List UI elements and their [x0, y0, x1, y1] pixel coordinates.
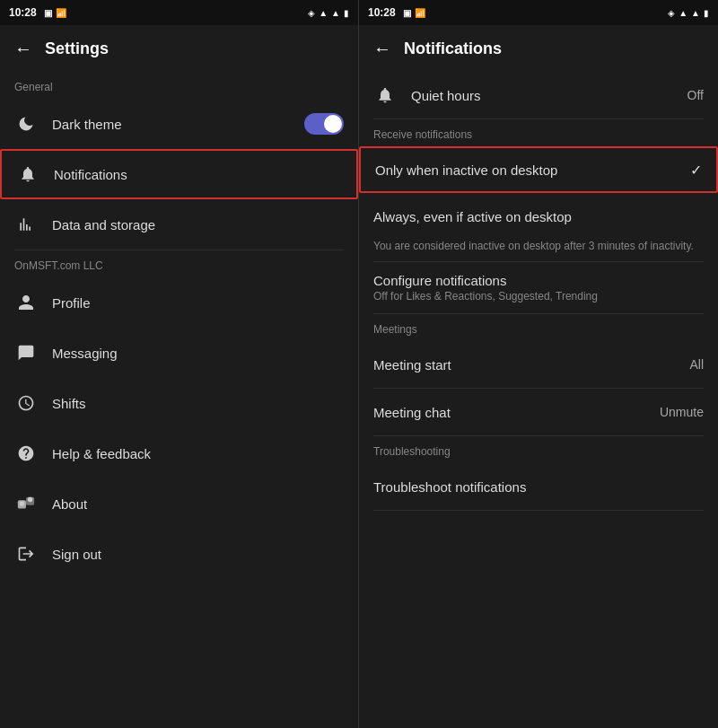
meeting-chat-item[interactable]: Meeting chat Unmute	[359, 389, 718, 435]
sim-icon: ▣	[44, 8, 52, 18]
inactive-note: You are considered inactive on desktop a…	[359, 240, 718, 261]
quiet-hours-value: Off	[687, 88, 704, 102]
right-sim-icon: ▣	[403, 8, 411, 18]
battery-left: ▮	[344, 8, 349, 18]
profile-label: Profile	[52, 295, 344, 311]
help-item[interactable]: Help & feedback	[0, 428, 358, 478]
right-signal-icon: ◈	[668, 8, 675, 18]
left-top-bar: ← Settings	[0, 25, 358, 72]
checkmark-icon: ✓	[690, 162, 702, 179]
meeting-start-item[interactable]: Meeting start All	[359, 341, 718, 388]
svg-point-2	[28, 497, 33, 503]
troubleshoot-notif-label: Troubleshoot notifications	[373, 479, 704, 495]
network-left: ▲	[331, 8, 340, 18]
question-icon	[14, 444, 38, 462]
inactive-desktop-item[interactable]: Only when inactive on desktop ✓	[359, 146, 718, 193]
messaging-label: Messaging	[52, 346, 344, 361]
help-label: Help & feedback	[52, 446, 344, 461]
right-wifi-signal: ▲	[679, 8, 687, 18]
left-status-right: ◈ ▲ ▲ ▮	[308, 8, 349, 18]
bell-icon	[16, 165, 39, 183]
left-back-button[interactable]: ←	[14, 39, 32, 59]
configure-notif-subtitle: Off for Likes & Reactions, Suggested, Tr…	[373, 290, 704, 303]
profile-item[interactable]: Profile	[0, 277, 358, 328]
right-status-bar: 10:28 ▣ 📶 ◈ ▲ ▲ ▮	[359, 0, 718, 25]
org-section-label: OnMSFT.com LLC	[0, 250, 358, 277]
meeting-start-value: All	[689, 357, 704, 372]
messaging-item[interactable]: Messaging	[0, 328, 358, 378]
left-panel: 10:28 ▣ 📶 ◈ ▲ ▲ ▮ ← Settings General Dar…	[0, 0, 359, 728]
shifts-label: Shifts	[52, 396, 344, 411]
moon-icon	[14, 115, 38, 133]
person-icon	[14, 294, 38, 311]
about-item[interactable]: About	[0, 478, 358, 529]
troubleshoot-item[interactable]: Troubleshoot notifications	[359, 463, 718, 510]
svg-point-3	[20, 501, 25, 506]
signout-item[interactable]: Sign out	[0, 529, 358, 579]
right-wifi-icon: 📶	[415, 8, 425, 18]
data-storage-item[interactable]: Data and storage	[0, 199, 358, 250]
meetings-label: Meetings	[359, 314, 718, 341]
general-section-label: General	[0, 72, 358, 99]
always-active-label: Always, even if active on desktop	[373, 209, 704, 224]
quiet-hours-item[interactable]: Quiet hours Off	[359, 72, 718, 118]
receive-notif-label: Receive notifications	[359, 119, 718, 146]
signal-icon-left: ◈	[308, 8, 315, 18]
meeting-chat-label: Meeting chat	[373, 405, 660, 420]
right-panel: 10:28 ▣ 📶 ◈ ▲ ▲ ▮ ← Notifications Quiet …	[359, 0, 718, 728]
wifi-icon-left: 📶	[56, 8, 66, 18]
right-status-right: ◈ ▲ ▲ ▮	[668, 8, 709, 18]
right-battery: ▮	[704, 8, 709, 18]
signout-label: Sign out	[52, 547, 344, 562]
left-status-time: 10:28 ▣ 📶	[9, 6, 66, 19]
troubleshoot-label: Troubleshooting	[359, 436, 718, 463]
right-top-bar: ← Notifications	[359, 25, 718, 72]
data-storage-label: Data and storage	[52, 217, 344, 232]
left-bottom-area	[0, 579, 358, 728]
right-status-time: 10:28 ▣ 📶	[368, 6, 425, 19]
clock-icon	[14, 394, 38, 412]
meeting-start-label: Meeting start	[373, 357, 689, 373]
message-icon	[14, 344, 38, 362]
quiet-hours-icon	[373, 86, 397, 104]
quiet-hours-label: Quiet hours	[411, 88, 673, 103]
notifications-item[interactable]: Notifications	[0, 149, 358, 199]
notifications-label: Notifications	[54, 167, 342, 182]
right-network: ▲	[691, 8, 700, 18]
always-active-item[interactable]: Always, even if active on desktop	[359, 193, 718, 240]
right-page-title: Notifications	[404, 39, 502, 58]
wifi-signal-left: ▲	[319, 8, 328, 18]
right-back-button[interactable]: ←	[373, 39, 391, 59]
signout-icon	[14, 545, 38, 563]
right-bottom-area	[359, 511, 718, 728]
meeting-chat-value: Unmute	[660, 405, 704, 419]
dark-theme-label: Dark theme	[52, 117, 290, 132]
shifts-item[interactable]: Shifts	[0, 378, 358, 428]
configure-notif-item[interactable]: Configure notifications Off for Likes & …	[359, 262, 718, 313]
configure-notif-title: Configure notifications	[373, 273, 704, 288]
dark-theme-item[interactable]: Dark theme	[0, 99, 358, 149]
time-display: 10:28	[9, 6, 37, 19]
inactive-desktop-label: Only when inactive on desktop	[375, 162, 690, 178]
right-time-display: 10:28	[368, 6, 396, 19]
left-page-title: Settings	[45, 39, 109, 58]
teams-icon	[14, 494, 38, 513]
dark-theme-toggle[interactable]	[304, 113, 344, 135]
bar-chart-icon	[14, 215, 38, 233]
left-status-bar: 10:28 ▣ 📶 ◈ ▲ ▲ ▮	[0, 0, 358, 25]
about-label: About	[52, 496, 344, 512]
